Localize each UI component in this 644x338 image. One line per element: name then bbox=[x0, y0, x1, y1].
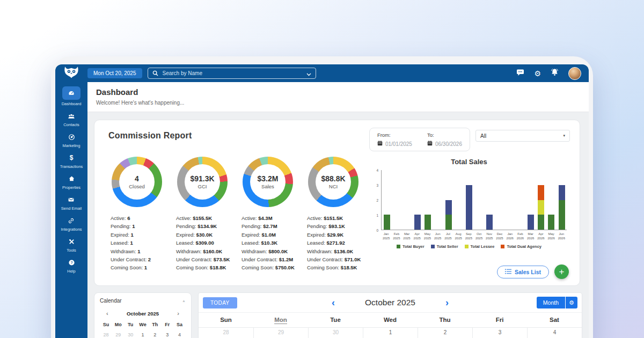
calendar-settings-gear-icon[interactable]: ⚙ bbox=[566, 297, 577, 308]
from-label: From: bbox=[377, 132, 412, 138]
add-button[interactable]: + bbox=[554, 264, 569, 279]
calendar-date-cell[interactable]: 30 bbox=[308, 328, 363, 338]
bar-Feb-2026 bbox=[515, 170, 525, 230]
y-tick-label: 1 bbox=[376, 214, 378, 217]
mini-day-name: Fr bbox=[161, 322, 173, 327]
commission-report-title: Commission Report bbox=[104, 128, 192, 151]
sales-list-button[interactable]: Sales List bbox=[497, 266, 549, 278]
to-date-field[interactable]: To: 06/30/2026 bbox=[427, 132, 462, 147]
donut-center-value: $91.3K bbox=[190, 174, 214, 183]
sidebar-item-help[interactable]: ? Help bbox=[64, 258, 78, 274]
dashboard-gauge-icon bbox=[62, 86, 80, 100]
chat-icon[interactable] bbox=[516, 69, 524, 78]
search-box[interactable] bbox=[148, 68, 316, 79]
sidebar-item-marketing[interactable]: Marketing bbox=[63, 132, 80, 148]
mini-date-cell[interactable]: 3 bbox=[161, 332, 173, 337]
mini-day-name: Th bbox=[149, 322, 161, 327]
sidebar-item-tools[interactable]: Tools bbox=[64, 237, 78, 253]
bar-segment[interactable] bbox=[528, 215, 534, 230]
main-calendar-card: TODAY ‹ October 2025 › Month ⚙ SunMonTue… bbox=[198, 292, 582, 338]
from-date-value[interactable]: 01/01/2025 bbox=[385, 141, 412, 147]
donut-chart[interactable]: $88.8K NCI bbox=[308, 157, 358, 207]
date-range-picker[interactable]: From: 01/01/2025 To: bbox=[369, 128, 470, 151]
mini-next-month-button[interactable]: › bbox=[177, 311, 179, 317]
x-tick-label: Aug 2025 bbox=[453, 232, 464, 240]
sidebar-item-transactions[interactable]: $ Transactions bbox=[60, 153, 83, 169]
calendar-date-cell[interactable]: 4 bbox=[527, 328, 582, 338]
filter-dropdown[interactable]: All ▾ bbox=[475, 130, 570, 142]
chart-plot-area bbox=[381, 170, 567, 230]
search-input[interactable] bbox=[162, 70, 303, 77]
bar-segment[interactable] bbox=[445, 200, 452, 215]
search-icon bbox=[152, 69, 158, 78]
donut-gci: $91.3K GCI Active: $155.5KPending: $134.… bbox=[170, 157, 235, 272]
sidebar-item-properties[interactable]: Properties bbox=[62, 174, 80, 190]
mini-prev-month-button[interactable]: ‹ bbox=[106, 311, 108, 317]
chevron-down-icon[interactable] bbox=[306, 69, 311, 78]
sidebar-item-integrations[interactable]: Integrations bbox=[61, 216, 82, 232]
bar-segment[interactable] bbox=[538, 185, 544, 200]
calendar-date-cell[interactable]: 1 bbox=[363, 328, 418, 338]
bar-segment[interactable] bbox=[425, 215, 431, 230]
mini-date-cell[interactable]: 28 bbox=[100, 332, 112, 337]
bar-segment[interactable] bbox=[538, 215, 544, 230]
sidebar-item-label: Tools bbox=[67, 248, 76, 253]
bar-May-2026 bbox=[546, 170, 557, 230]
sidebar-item-label: Help bbox=[67, 269, 75, 274]
sidebar-item-contacts[interactable]: Contacts bbox=[63, 111, 79, 127]
to-date-value[interactable]: 06/30/2026 bbox=[435, 141, 462, 147]
bar-segment[interactable] bbox=[414, 215, 421, 230]
mini-date-cell[interactable]: 30 bbox=[125, 332, 137, 337]
sidebar-item-dashboard[interactable]: Dashboard bbox=[62, 86, 82, 106]
page-header: Dashboard Welcome! Here's what's happeni… bbox=[87, 82, 589, 112]
donut-closed: 4 Closed Active: 6Pending: 1Expired: 1Le… bbox=[104, 157, 170, 272]
donut-stat-row: Withdrawn: $800.0K bbox=[241, 247, 301, 255]
donut-stats: Active: $151.5KPending: $93.1KExpired: $… bbox=[301, 214, 366, 272]
mini-date-cell[interactable]: 4 bbox=[173, 332, 186, 337]
calendar-date-cell[interactable]: 2 bbox=[418, 328, 472, 338]
prev-month-button[interactable]: ‹ bbox=[332, 298, 335, 307]
donut-center-label: NCI bbox=[329, 183, 338, 189]
bar-segment[interactable] bbox=[466, 185, 472, 230]
bar-segment[interactable] bbox=[538, 200, 544, 215]
donut-stat-row: Active: 6 bbox=[111, 214, 170, 222]
bar-segment[interactable] bbox=[548, 215, 554, 230]
topbar: Mon Oct 20, 2025 ⚙ bbox=[55, 64, 589, 82]
notifications-bell-icon[interactable] bbox=[551, 68, 559, 78]
mini-date-cell[interactable]: 2 bbox=[149, 332, 161, 337]
mini-date-cell[interactable]: 1 bbox=[137, 332, 149, 337]
bar-Oct-2025 bbox=[474, 170, 485, 230]
next-month-button[interactable]: › bbox=[445, 298, 449, 307]
donut-chart[interactable]: $91.3K GCI bbox=[177, 157, 228, 207]
donut-chart[interactable]: 4 Closed bbox=[112, 157, 162, 207]
link-icon bbox=[64, 216, 78, 225]
bar-Sep-2025 bbox=[464, 170, 474, 230]
house-icon bbox=[64, 174, 78, 183]
mini-date-cell[interactable]: 29 bbox=[112, 332, 125, 337]
settings-gear-icon[interactable]: ⚙ bbox=[534, 70, 541, 77]
bar-segment[interactable] bbox=[486, 215, 493, 230]
logo[interactable] bbox=[55, 66, 87, 81]
from-date-field[interactable]: From: 01/01/2025 bbox=[377, 132, 412, 147]
bar-segment[interactable] bbox=[559, 185, 565, 200]
user-avatar[interactable] bbox=[568, 67, 581, 80]
bar-segment[interactable] bbox=[384, 215, 390, 230]
donut-stats: Active: 6Pending: 1Expired: 1Leased: 1Wi… bbox=[104, 214, 170, 272]
current-date-chip[interactable]: Mon Oct 20, 2025 bbox=[87, 68, 142, 78]
calendar-date-cell[interactable]: 28 bbox=[199, 328, 253, 338]
bar-segment[interactable] bbox=[559, 200, 565, 230]
bar-segment[interactable] bbox=[445, 215, 452, 230]
month-view-button[interactable]: Month bbox=[537, 297, 565, 308]
marketing-target-icon bbox=[64, 132, 78, 142]
sidebar-item-send-email[interactable]: Send Email bbox=[61, 195, 82, 211]
donut-chart[interactable]: $3.2M Sales bbox=[243, 157, 293, 207]
calendar-date-cell[interactable]: 29 bbox=[253, 328, 308, 338]
x-tick-label: Feb 2026 bbox=[515, 232, 525, 240]
sidebar-nav: Dashboard Contacts Marketing $ Transacti… bbox=[55, 82, 87, 338]
donut-center-label: GCI bbox=[198, 183, 207, 189]
calendar-date-cell[interactable]: 3 bbox=[472, 328, 527, 338]
today-button[interactable]: TODAY bbox=[203, 297, 237, 308]
legend-swatch bbox=[465, 245, 469, 248]
collapse-icon[interactable]: ▲ bbox=[182, 299, 186, 303]
donut-stat-row: Withdrawn: 1 bbox=[111, 247, 170, 255]
